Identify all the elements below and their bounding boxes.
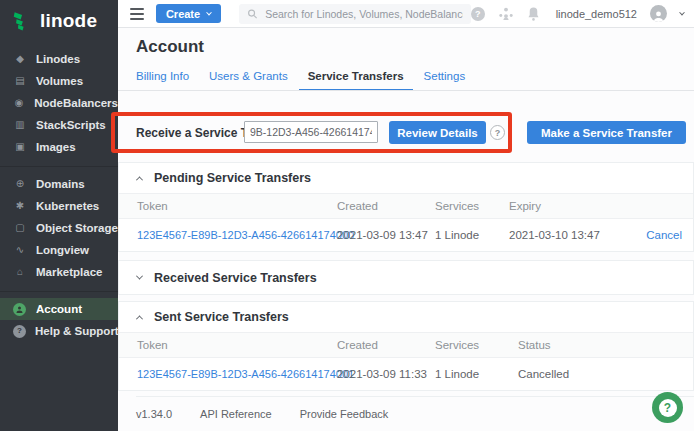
sidebar-item-label: Linodes <box>36 53 80 65</box>
received-transfers-header[interactable]: Received Service Transfers <box>119 261 693 294</box>
menu-icon[interactable] <box>130 8 144 20</box>
pulse-icon: ∿ <box>13 245 27 255</box>
topbar: Create ? linode_demo512 <box>118 0 694 28</box>
transfer-sections: Pending Service Transfers Token Created … <box>118 162 694 391</box>
sidebar-item-longview[interactable]: ∿ Longview <box>0 239 118 261</box>
column-created: Created <box>337 200 435 212</box>
tab-billing-info[interactable]: Billing Info <box>136 70 189 91</box>
sidebar-item-label: Kubernetes <box>36 200 99 212</box>
footer: v1.34.0 API Reference Provide Feedback <box>136 396 694 431</box>
tabs-divider <box>118 90 694 91</box>
layers-icon: ▤ <box>13 76 27 86</box>
notifications-bell-icon[interactable] <box>527 7 540 21</box>
review-details-button[interactable]: Review Details <box>389 121 486 144</box>
bucket-icon: ▢ <box>13 223 27 233</box>
sidebar-item-account[interactable]: Account <box>0 298 118 320</box>
sidebar-item-label: Domains <box>36 178 85 190</box>
image-icon: ▣ <box>13 142 27 152</box>
tab-settings[interactable]: Settings <box>424 70 466 91</box>
tooltip-question-icon[interactable]: ? <box>490 125 505 140</box>
pending-transfers-header[interactable]: Pending Service Transfers <box>119 163 693 193</box>
column-expiry: Expiry <box>509 200 619 212</box>
nav-divider <box>0 291 118 292</box>
version-label: v1.34.0 <box>136 408 172 420</box>
username: linode_demo512 <box>556 8 637 20</box>
cancel-link[interactable]: Cancel <box>646 229 693 241</box>
chevron-down-icon[interactable] <box>679 9 685 15</box>
sidebar-item-domains[interactable]: ⊕ Domains <box>0 173 118 195</box>
received-transfers-card: Received Service Transfers <box>118 260 694 295</box>
sent-table-header: Token Created Services Status <box>119 332 693 358</box>
chevron-down-icon <box>206 9 212 15</box>
section-title: Received Service Transfers <box>154 271 317 285</box>
linode-logo[interactable]: linode <box>0 0 118 32</box>
topbar-icons: ? linode_demo512 <box>471 5 684 22</box>
sidebar-item-label: Marketplace <box>36 266 102 278</box>
make-service-transfer-button[interactable]: Make a Service Transfer <box>527 121 686 144</box>
sidebar-item-label: StackScripts <box>36 119 106 131</box>
pending-transfers-card: Pending Service Transfers Token Created … <box>118 162 694 252</box>
section-title: Sent Service Transfers <box>154 310 289 324</box>
provide-feedback-link[interactable]: Provide Feedback <box>300 408 389 420</box>
sidebar-item-stackscripts[interactable]: ▥ StackScripts <box>0 114 118 136</box>
sidebar: linode ◆ Linodes ▤ Volumes ◉ NodeBalance… <box>0 0 118 431</box>
globe-icon: ⊕ <box>13 179 27 189</box>
transfer-token-link[interactable]: 123E4567-E89B-12D3-A456-426614174001 <box>137 368 337 380</box>
nodes-icon: ◉ <box>13 98 25 108</box>
logo-text: linode <box>40 10 97 32</box>
search-icon <box>247 8 258 20</box>
help-icon[interactable]: ? <box>471 7 485 21</box>
column-created: Created <box>337 339 435 351</box>
main-content: Account Billing Info Users & Grants Serv… <box>118 28 694 431</box>
table-row: 123E4567-E89B-12D3-A456-426614174000 202… <box>119 219 693 251</box>
chevron-up-icon <box>136 176 143 183</box>
cell-status: Cancelled <box>518 368 693 380</box>
sidebar-item-linodes[interactable]: ◆ Linodes <box>0 48 118 70</box>
transfer-token-link[interactable]: 123E4567-E89B-12D3-A456-426614174000 <box>137 229 337 241</box>
sidebar-item-volumes[interactable]: ▤ Volumes <box>0 70 118 92</box>
column-status: Status <box>518 339 693 351</box>
sidebar-item-label: Images <box>36 141 76 153</box>
table-row: 123E4567-E89B-12D3-A456-426614174001 202… <box>119 358 693 390</box>
column-token: Token <box>137 339 337 351</box>
question-icon: ? <box>13 325 26 338</box>
api-reference-link[interactable]: API Reference <box>200 408 272 420</box>
sent-transfers-header[interactable]: Sent Service Transfers <box>119 302 693 332</box>
search-bar[interactable] <box>239 4 470 24</box>
community-icon[interactable] <box>498 7 514 20</box>
sidebar-item-kubernetes[interactable]: ✱ Kubernetes <box>0 195 118 217</box>
tab-users-grants[interactable]: Users & Grants <box>209 70 288 91</box>
page-title: Account <box>136 37 204 57</box>
section-title: Pending Service Transfers <box>154 171 311 185</box>
tab-service-transfers[interactable]: Service Transfers <box>299 70 413 91</box>
sidebar-item-label: Volumes <box>36 75 83 87</box>
sidebar-item-help-support[interactable]: ? Help & Support <box>0 320 118 342</box>
sidebar-item-label: Help & Support <box>35 325 119 337</box>
sidebar-item-marketplace[interactable]: ⌂ Marketplace <box>0 261 118 283</box>
question-icon: ? <box>659 399 677 417</box>
pending-table-header: Token Created Services Expiry <box>119 193 693 219</box>
sidebar-item-images[interactable]: ▣ Images <box>0 136 118 158</box>
nav-divider <box>0 166 118 167</box>
cell-services: 1 Linode <box>435 368 518 380</box>
transfer-token-input[interactable] <box>244 121 378 143</box>
helm-icon: ✱ <box>13 201 27 211</box>
cube-icon: ◆ <box>13 54 27 64</box>
linode-logo-icon <box>12 11 33 32</box>
cell-created: 2021-03-09 13:47 <box>337 229 435 241</box>
sidebar-item-label: Object Storage <box>36 222 118 234</box>
chevron-down-icon <box>136 273 143 280</box>
sent-transfers-card: Sent Service Transfers Token Created Ser… <box>118 301 694 391</box>
sidebar-item-nodebalancers[interactable]: ◉ NodeBalancers <box>0 92 118 114</box>
tab-bar: Billing Info Users & Grants Service Tran… <box>136 70 465 91</box>
help-fab-button[interactable]: ? <box>652 392 683 423</box>
sidebar-item-label: Longview <box>36 244 89 256</box>
cell-services: 1 Linode <box>435 229 509 241</box>
sidebar-item-object-storage[interactable]: ▢ Object Storage <box>0 217 118 239</box>
avatar[interactable] <box>650 5 667 22</box>
cell-expiry: 2021-03-10 13:47 <box>509 229 619 241</box>
cell-created: 2021-03-09 11:33 <box>337 368 435 380</box>
linode-cloud-manager: linode ◆ Linodes ▤ Volumes ◉ NodeBalance… <box>0 0 694 431</box>
create-button[interactable]: Create <box>156 4 221 23</box>
search-input[interactable] <box>265 8 462 20</box>
